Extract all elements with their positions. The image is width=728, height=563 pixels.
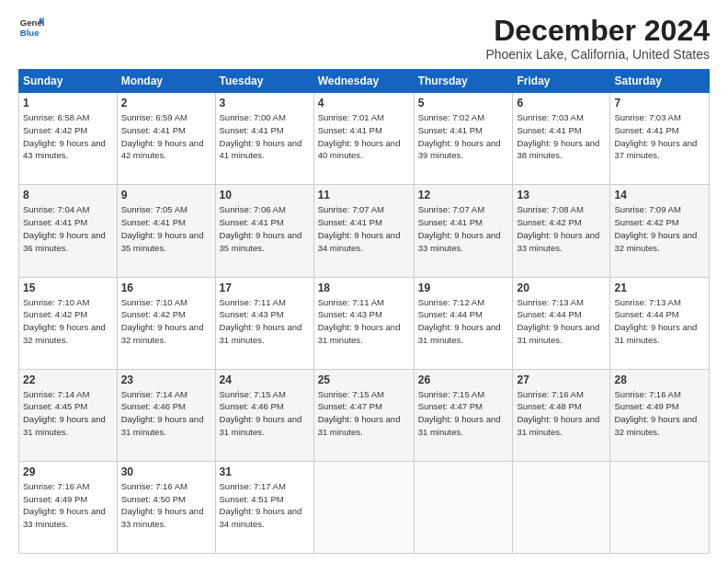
calendar-day-cell: 16Sunrise: 7:10 AMSunset: 4:42 PMDayligh… xyxy=(117,277,215,369)
calendar-day-cell: 22Sunrise: 7:14 AMSunset: 4:45 PMDayligh… xyxy=(19,369,118,461)
day-info: Sunrise: 7:08 AMSunset: 4:42 PMDaylight:… xyxy=(517,203,606,254)
day-info: Sunrise: 7:05 AMSunset: 4:41 PMDaylight:… xyxy=(121,203,211,254)
day-number: 21 xyxy=(614,282,705,294)
day-info: Sunrise: 7:04 AMSunset: 4:41 PMDaylight:… xyxy=(23,203,113,254)
day-info: Sunrise: 7:16 AMSunset: 4:49 PMDaylight:… xyxy=(614,388,705,439)
day-number: 23 xyxy=(121,373,211,386)
calendar-day-cell: 14Sunrise: 7:09 AMSunset: 4:42 PMDayligh… xyxy=(610,185,710,277)
day-number: 10 xyxy=(220,189,310,201)
calendar-day-cell: 6Sunrise: 7:03 AMSunset: 4:41 PMDaylight… xyxy=(513,93,610,185)
day-info: Sunrise: 7:16 AMSunset: 4:50 PMDaylight:… xyxy=(121,480,211,531)
calendar-day-cell: 20Sunrise: 7:13 AMSunset: 4:44 PMDayligh… xyxy=(513,277,610,369)
day-info: Sunrise: 7:17 AMSunset: 4:51 PMDaylight:… xyxy=(220,480,310,531)
day-number: 16 xyxy=(121,282,211,294)
day-info: Sunrise: 7:13 AMSunset: 4:44 PMDaylight:… xyxy=(517,296,606,347)
subtitle: Phoenix Lake, California, United States xyxy=(485,47,710,62)
day-number: 4 xyxy=(318,97,410,109)
logo: General Blue xyxy=(18,15,44,40)
day-number: 25 xyxy=(318,373,410,386)
day-number: 29 xyxy=(23,465,113,478)
calendar-header-row: SundayMondayTuesdayWednesdayThursdayFrid… xyxy=(19,70,710,93)
day-number: 8 xyxy=(23,189,113,201)
main-title: December 2024 xyxy=(485,15,710,47)
day-of-week-header: Wednesday xyxy=(313,70,414,93)
calendar-day-cell: 25Sunrise: 7:15 AMSunset: 4:47 PMDayligh… xyxy=(313,369,414,461)
day-number: 24 xyxy=(220,373,310,386)
calendar-day-cell: 17Sunrise: 7:11 AMSunset: 4:43 PMDayligh… xyxy=(215,277,313,369)
day-number: 30 xyxy=(121,465,211,478)
title-block: December 2024 Phoenix Lake, California, … xyxy=(485,15,710,62)
day-of-week-header: Friday xyxy=(513,70,610,93)
calendar-day-cell: 26Sunrise: 7:15 AMSunset: 4:47 PMDayligh… xyxy=(414,369,513,461)
calendar-day-cell: 4Sunrise: 7:01 AMSunset: 4:41 PMDaylight… xyxy=(313,93,414,185)
day-info: Sunrise: 7:03 AMSunset: 4:41 PMDaylight:… xyxy=(614,111,705,162)
calendar-day-cell: 21Sunrise: 7:13 AMSunset: 4:44 PMDayligh… xyxy=(610,277,710,369)
day-number: 2 xyxy=(121,97,211,109)
day-number: 14 xyxy=(614,189,705,201)
day-info: Sunrise: 7:07 AMSunset: 4:41 PMDaylight:… xyxy=(418,203,509,254)
calendar-day-cell: 15Sunrise: 7:10 AMSunset: 4:42 PMDayligh… xyxy=(19,277,118,369)
day-info: Sunrise: 7:12 AMSunset: 4:44 PMDaylight:… xyxy=(418,296,509,347)
day-number: 11 xyxy=(318,189,410,201)
calendar-day-cell: 5Sunrise: 7:02 AMSunset: 4:41 PMDaylight… xyxy=(414,93,513,185)
day-info: Sunrise: 7:13 AMSunset: 4:44 PMDaylight:… xyxy=(614,296,705,347)
calendar-week-row: 29Sunrise: 7:16 AMSunset: 4:49 PMDayligh… xyxy=(19,461,710,553)
calendar-day-cell: 10Sunrise: 7:06 AMSunset: 4:41 PMDayligh… xyxy=(215,185,313,277)
calendar-day-cell: 31Sunrise: 7:17 AMSunset: 4:51 PMDayligh… xyxy=(215,461,313,553)
calendar-day-cell: 28Sunrise: 7:16 AMSunset: 4:49 PMDayligh… xyxy=(610,369,710,461)
day-info: Sunrise: 7:15 AMSunset: 4:47 PMDaylight:… xyxy=(318,388,410,439)
day-of-week-header: Thursday xyxy=(414,70,513,93)
calendar-day-cell: 23Sunrise: 7:14 AMSunset: 4:46 PMDayligh… xyxy=(117,369,215,461)
day-info: Sunrise: 7:11 AMSunset: 4:43 PMDaylight:… xyxy=(318,296,410,347)
calendar-day-cell: 30Sunrise: 7:16 AMSunset: 4:50 PMDayligh… xyxy=(117,461,215,553)
calendar-day-cell: 9Sunrise: 7:05 AMSunset: 4:41 PMDaylight… xyxy=(117,185,215,277)
calendar-day-cell: 12Sunrise: 7:07 AMSunset: 4:41 PMDayligh… xyxy=(414,185,513,277)
day-number: 15 xyxy=(23,282,113,294)
day-info: Sunrise: 7:03 AMSunset: 4:41 PMDaylight:… xyxy=(517,111,606,162)
calendar-day-cell: 18Sunrise: 7:11 AMSunset: 4:43 PMDayligh… xyxy=(313,277,414,369)
calendar-day-cell: 13Sunrise: 7:08 AMSunset: 4:42 PMDayligh… xyxy=(513,185,610,277)
day-info: Sunrise: 7:14 AMSunset: 4:46 PMDaylight:… xyxy=(121,388,211,439)
day-info: Sunrise: 7:02 AMSunset: 4:41 PMDaylight:… xyxy=(418,111,509,162)
calendar-day-cell: 3Sunrise: 7:00 AMSunset: 4:41 PMDaylight… xyxy=(215,93,313,185)
calendar-empty-cell xyxy=(313,461,414,553)
day-info: Sunrise: 7:10 AMSunset: 4:42 PMDaylight:… xyxy=(121,296,211,347)
day-number: 22 xyxy=(23,373,113,386)
calendar-day-cell: 1Sunrise: 6:58 AMSunset: 4:42 PMDaylight… xyxy=(19,93,118,185)
day-info: Sunrise: 7:16 AMSunset: 4:48 PMDaylight:… xyxy=(517,388,606,439)
calendar-week-row: 15Sunrise: 7:10 AMSunset: 4:42 PMDayligh… xyxy=(19,277,710,369)
day-info: Sunrise: 7:14 AMSunset: 4:45 PMDaylight:… xyxy=(23,388,113,439)
calendar-empty-cell xyxy=(513,461,610,553)
day-number: 6 xyxy=(517,97,606,109)
day-number: 26 xyxy=(418,373,509,386)
day-of-week-header: Monday xyxy=(117,70,215,93)
day-number: 27 xyxy=(517,373,606,386)
day-number: 17 xyxy=(220,282,310,294)
day-number: 19 xyxy=(418,282,509,294)
day-of-week-header: Saturday xyxy=(610,70,710,93)
calendar-day-cell: 19Sunrise: 7:12 AMSunset: 4:44 PMDayligh… xyxy=(414,277,513,369)
day-info: Sunrise: 6:58 AMSunset: 4:42 PMDaylight:… xyxy=(23,111,113,162)
calendar-week-row: 8Sunrise: 7:04 AMSunset: 4:41 PMDaylight… xyxy=(19,185,710,277)
day-number: 28 xyxy=(614,373,705,386)
calendar-day-cell: 2Sunrise: 6:59 AMSunset: 4:41 PMDaylight… xyxy=(117,93,215,185)
day-info: Sunrise: 7:15 AMSunset: 4:46 PMDaylight:… xyxy=(220,388,310,439)
calendar-day-cell: 29Sunrise: 7:16 AMSunset: 4:49 PMDayligh… xyxy=(19,461,118,553)
calendar-empty-cell xyxy=(414,461,513,553)
calendar-day-cell: 7Sunrise: 7:03 AMSunset: 4:41 PMDaylight… xyxy=(610,93,710,185)
calendar-day-cell: 24Sunrise: 7:15 AMSunset: 4:46 PMDayligh… xyxy=(215,369,313,461)
calendar-day-cell: 8Sunrise: 7:04 AMSunset: 4:41 PMDaylight… xyxy=(19,185,118,277)
day-number: 18 xyxy=(318,282,410,294)
day-info: Sunrise: 7:15 AMSunset: 4:47 PMDaylight:… xyxy=(418,388,509,439)
svg-text:Blue: Blue xyxy=(20,28,40,38)
calendar-empty-cell xyxy=(610,461,710,553)
day-number: 7 xyxy=(614,97,705,109)
day-of-week-header: Tuesday xyxy=(215,70,313,93)
day-info: Sunrise: 7:10 AMSunset: 4:42 PMDaylight:… xyxy=(23,296,113,347)
day-of-week-header: Sunday xyxy=(19,70,118,93)
day-info: Sunrise: 7:07 AMSunset: 4:41 PMDaylight:… xyxy=(318,203,410,254)
logo-icon: General Blue xyxy=(18,15,44,40)
day-number: 12 xyxy=(418,189,509,201)
day-info: Sunrise: 7:16 AMSunset: 4:49 PMDaylight:… xyxy=(23,480,113,531)
calendar-week-row: 1Sunrise: 6:58 AMSunset: 4:42 PMDaylight… xyxy=(19,93,710,185)
